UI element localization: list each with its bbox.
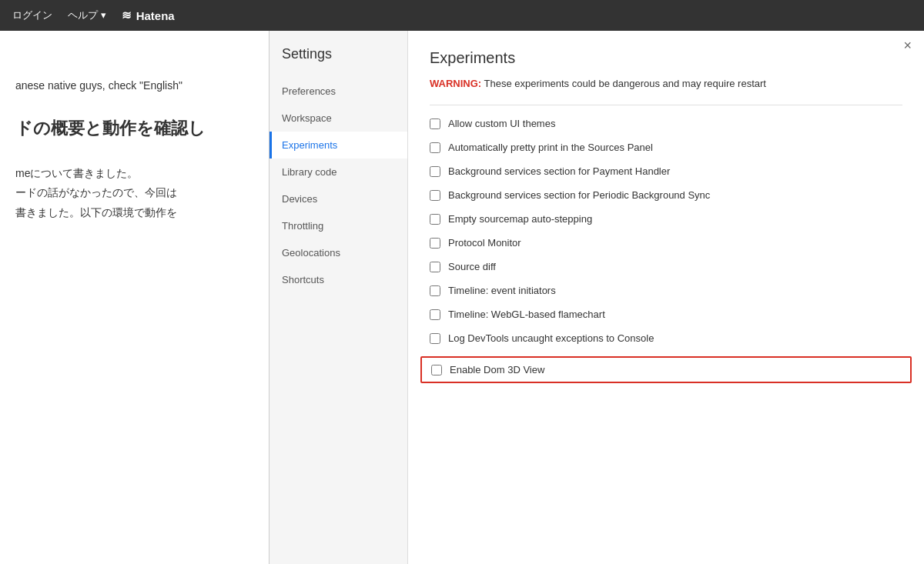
sidebar-item-geolocations[interactable]: Geolocations: [270, 239, 407, 266]
option-label-allow-custom-ui: Allow custom UI themes: [448, 118, 555, 129]
logo-symbol: ≋: [122, 8, 132, 22]
option-label-enable-dom-3d: Enable Dom 3D View: [450, 364, 544, 375]
main-area: anese native guys, check "English" ドの概要と…: [0, 31, 924, 564]
webpage-heading: ドの概要と動作を確認し: [15, 117, 253, 141]
option-label-timeline-webgl: Timeline: WebGL-based flamechart: [448, 309, 605, 320]
sidebar-item-devices[interactable]: Devices: [270, 185, 407, 212]
checkbox-timeline-webgl[interactable]: [430, 309, 440, 320]
settings-sidebar: Settings Preferences Workspace Experimen…: [270, 31, 408, 564]
option-background-payment: Background services section for Payment …: [430, 165, 902, 177]
checkbox-background-payment[interactable]: [430, 166, 440, 177]
option-pretty-print: Automatically pretty print in the Source…: [430, 142, 902, 153]
devtools-panel: Settings Preferences Workspace Experimen…: [270, 31, 924, 564]
sidebar-item-workspace[interactable]: Workspace: [270, 105, 407, 132]
option-allow-custom-ui: Allow custom UI themes: [430, 118, 902, 129]
option-label-empty-sourcemap: Empty sourcemap auto-stepping: [448, 213, 592, 225]
checkbox-protocol-monitor[interactable]: [430, 238, 440, 249]
checkbox-enable-dom-3d[interactable]: [431, 365, 442, 375]
checkbox-empty-sourcemap[interactable]: [430, 214, 440, 225]
sidebar-item-experiments[interactable]: Experiments: [270, 132, 407, 159]
webpage-text-1: anese native guys, check "English": [15, 77, 253, 94]
top-bar: ログイン ヘルプ ▾ ≋ Hatena: [0, 0, 924, 31]
checkbox-pretty-print[interactable]: [430, 142, 440, 153]
checkbox-timeline-event[interactable]: [430, 285, 440, 296]
sidebar-item-preferences[interactable]: Preferences: [270, 78, 407, 105]
sidebar-item-library-code[interactable]: Library code: [270, 159, 407, 185]
option-label-log-devtools: Log DevTools uncaught exceptions to Cons…: [448, 332, 654, 344]
checkbox-allow-custom-ui[interactable]: [430, 118, 440, 129]
sidebar-item-throttling[interactable]: Throttling: [270, 212, 407, 239]
warning-text: WARNING: These experiments could be dang…: [430, 78, 902, 89]
warning-message: These experiments could be dangerous and…: [484, 78, 766, 89]
webpage-text-2: meについて書きました。ードの話がなかったので、今回は書きました。以下の環境で動…: [15, 164, 253, 222]
option-log-devtools: Log DevTools uncaught exceptions to Cons…: [430, 332, 902, 344]
content-title: Experiments: [430, 49, 902, 67]
option-background-sync: Background services section for Periodic…: [430, 189, 902, 201]
webpage-preview: anese native guys, check "English" ドの概要と…: [0, 31, 270, 564]
option-label-protocol-monitor: Protocol Monitor: [448, 237, 521, 249]
option-source-diff: Source diff: [430, 261, 902, 272]
option-label-pretty-print: Automatically pretty print in the Source…: [448, 142, 653, 153]
help-menu[interactable]: ヘルプ ▾: [68, 8, 106, 22]
option-label-source-diff: Source diff: [448, 261, 496, 272]
settings-title: Settings: [270, 38, 407, 78]
checkbox-log-devtools[interactable]: [430, 333, 440, 344]
warning-label: WARNING:: [430, 78, 481, 89]
login-button[interactable]: ログイン: [12, 8, 52, 22]
option-timeline-event: Timeline: event initiators: [430, 285, 902, 296]
checkbox-background-sync[interactable]: [430, 190, 440, 201]
checkbox-source-diff[interactable]: [430, 262, 440, 272]
content-area: × Experiments WARNING: These experiments…: [408, 31, 924, 564]
option-empty-sourcemap: Empty sourcemap auto-stepping: [430, 213, 902, 225]
option-protocol-monitor: Protocol Monitor: [430, 237, 902, 249]
logo-text: Hatena: [136, 9, 175, 22]
option-label-background-sync: Background services section for Periodic…: [448, 189, 710, 201]
divider: [430, 105, 902, 105]
option-label-background-payment: Background services section for Payment …: [448, 165, 670, 177]
sidebar-item-shortcuts[interactable]: Shortcuts: [270, 266, 407, 293]
site-logo: ≋ Hatena: [122, 8, 175, 22]
option-timeline-webgl: Timeline: WebGL-based flamechart: [430, 309, 902, 320]
close-button[interactable]: ×: [903, 38, 912, 52]
option-label-timeline-event: Timeline: event initiators: [448, 285, 556, 296]
option-enable-dom-3d: Enable Dom 3D View: [420, 356, 912, 383]
